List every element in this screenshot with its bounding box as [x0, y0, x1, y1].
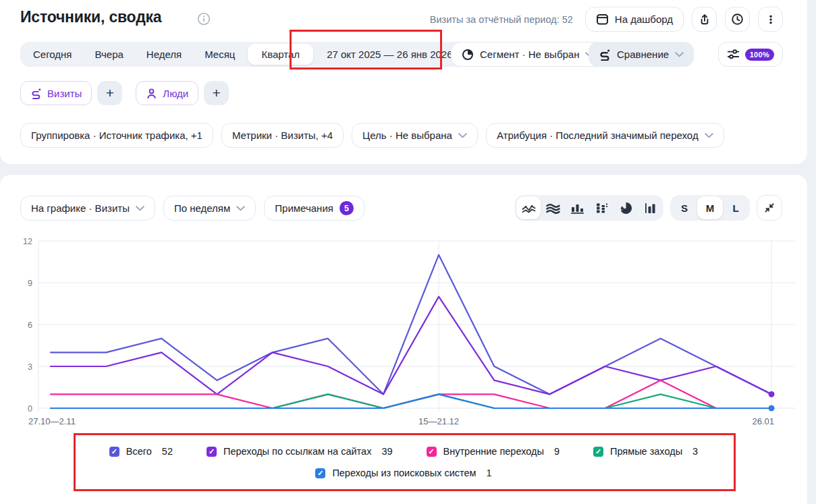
- collapse-chart-button[interactable]: [757, 195, 782, 221]
- comparison-selector[interactable]: Сравнение: [589, 42, 694, 67]
- size-s-button[interactable]: S: [672, 196, 697, 219]
- tab-today[interactable]: Сегодня: [22, 42, 84, 67]
- chart-legend-row-1: ✓Всего52✓Переходы по ссылкам на сайтах39…: [0, 446, 807, 457]
- chart-legend-row-2: ✓Переходы из поисковых систем1: [0, 468, 807, 478]
- legend-label: Переходы по ссылкам на сайтах: [223, 446, 371, 457]
- chevron-down-icon: [458, 133, 467, 138]
- clock-icon: [731, 13, 744, 26]
- line-chart-icon: [522, 202, 536, 214]
- granularity-selector[interactable]: По неделям: [163, 196, 256, 221]
- legend-value: 3: [692, 446, 698, 457]
- notes-count-badge: 5: [339, 201, 354, 215]
- svg-text:26.01: 26.01: [752, 416, 774, 426]
- svg-text:9: 9: [28, 279, 32, 288]
- tab-quarter[interactable]: Квартал: [248, 44, 313, 65]
- histogram-icon: [643, 202, 657, 214]
- pie-chart-icon: [620, 202, 632, 215]
- svg-text:15—21.12: 15—21.12: [418, 416, 459, 426]
- goal-selector[interactable]: Цель · Не выбрана: [352, 123, 478, 148]
- people-metric-button[interactable]: Люди: [136, 81, 198, 105]
- legend-item[interactable]: ✓Внутренние переходы9: [427, 446, 560, 457]
- legend-label: Всего: [126, 446, 152, 457]
- info-icon[interactable]: [197, 12, 211, 26]
- legend-item[interactable]: ✓Прямые заходы3: [593, 446, 698, 457]
- add-people-metric-button[interactable]: +: [204, 81, 229, 105]
- chart-card: На графике · Визиты По неделям Примечани…: [0, 175, 807, 504]
- kebab-icon: [765, 13, 777, 26]
- stacked-area-icon: [546, 202, 560, 214]
- chart-type-histogram-button[interactable]: [638, 196, 662, 219]
- chart-toolbar: На графике · Визиты По неделям Примечани…: [20, 196, 364, 221]
- visits-metric-button[interactable]: Визиты: [20, 81, 92, 105]
- legend-value: 1: [487, 468, 492, 478]
- legend-checkbox-checked[interactable]: ✓: [427, 447, 437, 457]
- dashboard-icon: [596, 13, 609, 26]
- chart-type-stacked-bar-button[interactable]: [589, 196, 614, 219]
- page-title: Источники, сводка: [20, 8, 161, 26]
- svg-text:27.10—2.11: 27.10—2.11: [28, 416, 76, 426]
- more-menu-button[interactable]: [758, 7, 783, 32]
- period-visits-total: Визиты за отчётный период: 52: [430, 14, 573, 25]
- segment-selector[interactable]: Сегмент · Не выбран: [451, 42, 605, 67]
- chart-type-switcher: [515, 195, 663, 221]
- tab-week[interactable]: Неделя: [135, 42, 193, 67]
- chart-display-controls: S M L: [515, 195, 782, 221]
- tab-month[interactable]: Месяц: [193, 42, 246, 67]
- legend-label: Внутренние переходы: [443, 446, 544, 457]
- chevron-down-icon: [705, 133, 713, 138]
- grouping-selector[interactable]: Группировка · Источник трафика, +1: [20, 123, 213, 148]
- legend-checkbox-checked[interactable]: ✓: [593, 447, 603, 457]
- history-button[interactable]: [725, 7, 750, 32]
- legend-checkbox-checked[interactable]: ✓: [315, 468, 325, 478]
- line-chart[interactable]: 03691227.10—2.1115—21.1226.01: [19, 235, 809, 432]
- sampling-settings-button[interactable]: 100%: [718, 42, 783, 67]
- legend-item[interactable]: ✓Переходы по ссылкам на сайтах39: [207, 446, 393, 457]
- stacked-bar-icon: [595, 202, 609, 214]
- comparison-route-icon: [599, 49, 611, 61]
- visits-route-icon: [30, 88, 42, 99]
- legend-label: Прямые заходы: [610, 446, 682, 457]
- share-icon: [699, 13, 711, 26]
- to-dashboard-button[interactable]: На дашборд: [585, 7, 684, 32]
- chart-size-switcher: S M L: [670, 195, 750, 221]
- segment-pie-icon: [462, 49, 474, 61]
- size-l-button[interactable]: L: [723, 196, 749, 219]
- on-chart-metric-selector[interactable]: На графике · Визиты: [20, 196, 155, 221]
- svg-text:0: 0: [28, 404, 32, 414]
- chart-type-line-button[interactable]: [516, 196, 541, 219]
- person-icon: [146, 88, 157, 99]
- legend-item[interactable]: ✓Всего52: [109, 446, 173, 457]
- chart-type-pie-button[interactable]: [614, 196, 638, 219]
- svg-text:6: 6: [28, 320, 32, 330]
- notes-button[interactable]: Примечания 5: [264, 196, 364, 221]
- legend-item[interactable]: ✓Переходы из поисковых систем1: [315, 468, 491, 478]
- size-m-button[interactable]: M: [697, 196, 723, 219]
- report-settings-row: Группировка · Источник трафика, +1 Метри…: [20, 123, 724, 148]
- svg-text:12: 12: [23, 237, 32, 246]
- chevron-down-icon: [675, 52, 684, 57]
- legend-checkbox-checked[interactable]: ✓: [109, 447, 119, 457]
- attribution-selector[interactable]: Атрибуция · Последний значимый переход: [486, 123, 724, 148]
- export-share-button[interactable]: [692, 7, 717, 32]
- collapse-icon: [764, 202, 775, 213]
- tab-yesterday[interactable]: Вчера: [84, 42, 135, 67]
- sampling-badge: 100%: [745, 49, 774, 61]
- plus-icon: +: [213, 85, 221, 101]
- chart-type-bar-button[interactable]: [565, 196, 589, 219]
- svg-text:3: 3: [28, 362, 32, 372]
- sliders-icon: [727, 48, 740, 61]
- chart-type-stacked-area-button[interactable]: [541, 196, 565, 219]
- report-header-card: Источники, сводка Визиты за отчётный пер…: [0, 0, 807, 164]
- legend-value: 9: [554, 446, 560, 457]
- add-visits-metric-button[interactable]: +: [97, 81, 122, 105]
- bar-chart-icon: [570, 202, 584, 214]
- legend-value: 52: [162, 446, 173, 457]
- plus-icon: +: [106, 85, 114, 101]
- metrics-selector[interactable]: Метрики · Визиты, +4: [221, 123, 344, 148]
- counters-row: Визиты + Люди +: [20, 81, 229, 105]
- legend-value: 39: [381, 446, 392, 457]
- legend-label: Переходы из поисковых систем: [332, 468, 476, 478]
- chevron-down-icon: [136, 206, 144, 211]
- chevron-down-icon: [236, 206, 245, 211]
- legend-checkbox-checked[interactable]: ✓: [207, 447, 217, 457]
